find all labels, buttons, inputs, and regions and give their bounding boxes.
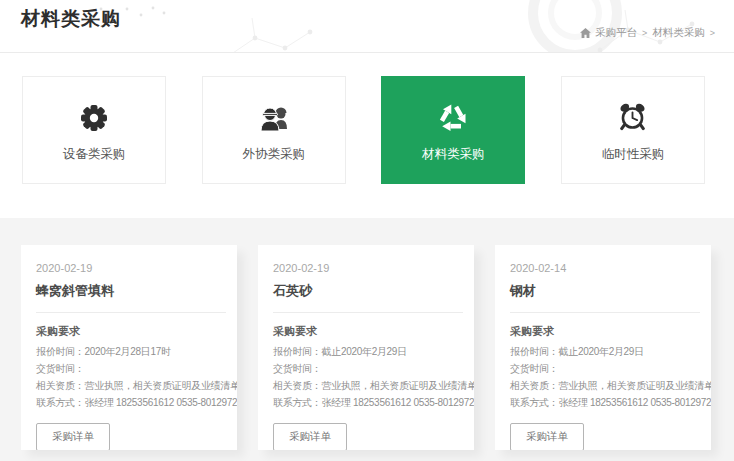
category-card-equipment[interactable]: 设备类采购 (22, 76, 166, 184)
category-label: 外协类采购 (242, 146, 305, 163)
breadcrumb-home-label: 采购平台 (595, 26, 637, 40)
category-label: 设备类采购 (63, 146, 126, 163)
detail-line: 交货时间： (273, 362, 465, 376)
category-label: 临时性采购 (602, 146, 665, 163)
detail-line: 报价时间：截止2020年2月29日 (510, 345, 702, 359)
purchase-detail-button[interactable]: 采购详单 (273, 423, 347, 450)
breadcrumb: 采购平台 > 材料类采购 > (580, 26, 720, 40)
listing-section-title: 采购要求 (273, 324, 465, 339)
alarm-clock-icon (616, 98, 649, 138)
detail-line: 联系方式：张经理 18253561612 0535-8012972 (36, 396, 228, 410)
detail-line: 交货时间： (36, 362, 228, 376)
detail-line: 联系方式：张经理 18253561612 0535-8012972 (273, 396, 465, 410)
listing-section: 2020-02-19 蜂窝斜管填料 采购要求 报价时间：2020年2月28日17… (0, 218, 734, 461)
listing-card: 2020-02-19 石英砂 采购要求 报价时间：截止2020年2月29日 交货… (258, 245, 474, 450)
title-block: 材料类采购 (13, 6, 121, 32)
purchase-detail-button[interactable]: 采购详单 (510, 423, 584, 450)
page-title: 材料类采购 (21, 6, 121, 32)
detail-line: 相关资质：营业执照，相关资质证明及业绩清单等 (510, 379, 702, 393)
listing-date: 2020-02-19 (273, 262, 465, 274)
listing-card: 2020-02-19 蜂窝斜管填料 采购要求 报价时间：2020年2月28日17… (21, 245, 237, 450)
listing-card: 2020-02-14 钢材 采购要求 报价时间：截止2020年2月29日 交货时… (495, 245, 711, 450)
recycle-icon (435, 98, 471, 138)
category-card-outsourcing[interactable]: 外协类采购 (202, 76, 346, 184)
listing-date: 2020-02-14 (510, 262, 702, 274)
listing-date: 2020-02-19 (36, 262, 228, 274)
listing-title: 钢材 (510, 282, 702, 300)
divider (273, 312, 463, 313)
divider (36, 312, 226, 313)
listing-row: 2020-02-19 蜂窝斜管填料 采购要求 报价时间：2020年2月28日17… (0, 218, 734, 450)
listing-title: 石英砂 (273, 282, 465, 300)
listing-details: 报价时间：2020年2月28日17时 交货时间： 相关资质：营业执照，相关资质证… (36, 345, 228, 410)
listing-details: 报价时间：截止2020年2月29日 交货时间： 相关资质：营业执照，相关资质证明… (273, 345, 465, 410)
breadcrumb-home-link[interactable]: 采购平台 (580, 26, 637, 40)
breadcrumb-separator: > (710, 28, 715, 38)
page-header: 材料类采购 采购平台 > 材料类采购 > (0, 0, 734, 53)
gear-icon (78, 98, 110, 138)
workers-icon (256, 98, 292, 138)
detail-line: 联系方式：张经理 18253561612 0535-8012972 (510, 396, 702, 410)
category-label: 材料类采购 (422, 146, 485, 163)
listing-section-title: 采购要求 (510, 324, 702, 339)
listing-section-title: 采购要求 (36, 324, 228, 339)
breadcrumb-current[interactable]: 材料类采购 (652, 26, 705, 40)
breadcrumb-separator: > (642, 28, 647, 38)
detail-line: 报价时间：截止2020年2月29日 (273, 345, 465, 359)
detail-line: 相关资质：营业执照，相关资质证明及业绩清单等 (36, 379, 228, 393)
category-nav: 设备类采购 外协类采购 (22, 76, 705, 184)
listing-details: 报价时间：截止2020年2月29日 交货时间： 相关资质：营业执照，相关资质证明… (510, 345, 702, 410)
menu-bars-icon (10, 13, 18, 31)
listing-title: 蜂窝斜管填料 (36, 282, 228, 300)
detail-line: 报价时间：2020年2月28日17时 (36, 345, 228, 359)
divider (510, 312, 700, 313)
home-icon (580, 28, 591, 38)
category-card-temporary[interactable]: 临时性采购 (561, 76, 705, 184)
detail-line: 交货时间： (510, 362, 702, 376)
purchase-detail-button[interactable]: 采购详单 (36, 423, 110, 450)
detail-line: 相关资质：营业执照，相关资质证明及业绩清单等 (273, 379, 465, 393)
category-card-materials[interactable]: 材料类采购 (381, 76, 525, 184)
